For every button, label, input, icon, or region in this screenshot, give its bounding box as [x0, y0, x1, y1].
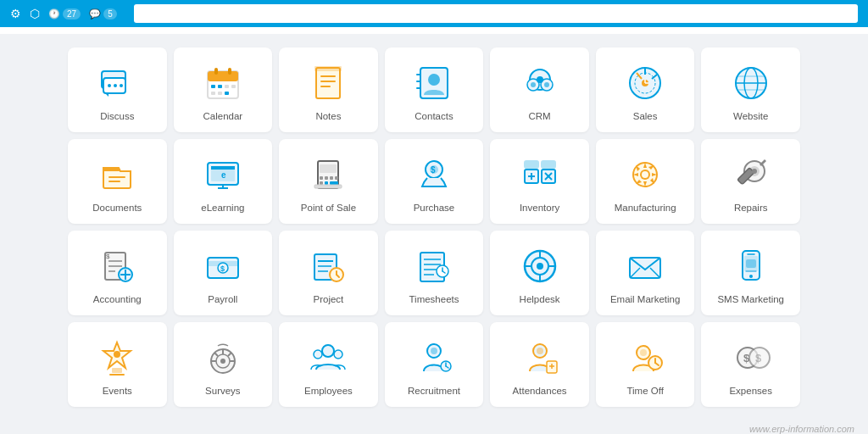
attendances-icon — [519, 337, 561, 379]
svg-rect-69 — [525, 161, 538, 168]
helpdesk-label: Helpdesk — [520, 294, 560, 304]
discuss-icon — [96, 62, 138, 104]
svg-point-4 — [120, 84, 123, 87]
svg-point-22 — [428, 74, 440, 86]
app-accounting[interactable]: $ Accounting — [68, 231, 167, 315]
svg-text:$: $ — [220, 264, 225, 273]
svg-rect-61 — [325, 181, 328, 185]
svg-rect-62 — [330, 181, 338, 185]
svg-rect-14 — [218, 92, 222, 95]
chat-count: 5 — [103, 8, 117, 19]
crm-label: CRM — [528, 111, 550, 121]
email-marketing-icon — [624, 245, 666, 287]
app-repairs[interactable]: Repairs — [701, 139, 800, 224]
app-documents[interactable]: Documents — [68, 139, 167, 224]
repairs-icon — [730, 153, 772, 196]
app-notes[interactable]: Notes — [279, 47, 378, 132]
app-crm[interactable]: CRM — [490, 47, 589, 132]
calendar-label: Calendar — [203, 111, 243, 121]
sales-label: Sales — [633, 111, 658, 121]
apps-grid: Discuss Calendar — [68, 47, 800, 407]
clock-icon: 🕐 — [48, 8, 60, 19]
app-website[interactable]: Website — [701, 47, 800, 132]
svg-point-31 — [544, 82, 549, 87]
app-time-off[interactable]: Time Off — [596, 322, 695, 407]
app-surveys[interactable]: Surveys — [174, 322, 273, 407]
app-calendar[interactable]: Calendar — [174, 47, 273, 132]
app-project[interactable]: Project — [279, 231, 378, 315]
surveys-label: Surveys — [205, 386, 241, 396]
svg-rect-55 — [320, 164, 337, 173]
app-email-marketing[interactable]: Email Marketing — [596, 231, 695, 315]
timesheets-icon — [413, 245, 455, 287]
svg-point-81 — [752, 169, 757, 174]
app-purchase[interactable]: $ Purchase — [385, 139, 484, 224]
watermark-text: www.erp-information.com — [0, 420, 868, 434]
svg-rect-12 — [231, 85, 236, 88]
main-content: Discuss Calendar — [0, 34, 868, 420]
accounting-icon: $ — [96, 245, 138, 287]
app-sms-marketing[interactable]: SMS Marketing — [701, 231, 800, 315]
app-contacts[interactable]: Contacts — [385, 47, 484, 132]
svg-rect-123 — [746, 259, 756, 268]
app-timesheets[interactable]: Timesheets — [385, 231, 484, 315]
pos-icon — [307, 153, 349, 196]
svg-rect-45 — [108, 176, 125, 178]
svg-text:e: e — [221, 170, 226, 180]
discuss-label: Discuss — [100, 111, 134, 121]
app-payroll[interactable]: $ Payroll — [174, 231, 273, 315]
header-bar — [0, 27, 868, 34]
time-off-icon — [624, 337, 666, 379]
timesheets-label: Timesheets — [409, 294, 459, 304]
svg-rect-13 — [211, 92, 215, 95]
notes-label: Notes — [315, 111, 341, 121]
app-inventory[interactable]: Inventory — [490, 139, 589, 224]
svg-rect-57 — [325, 176, 328, 180]
share-icon[interactable]: ⬡ — [30, 7, 40, 20]
svg-rect-6 — [208, 71, 238, 81]
website-label: Website — [733, 111, 768, 121]
surveys-icon — [202, 337, 244, 379]
app-pos[interactable]: Point of Sale — [279, 139, 378, 224]
sales-icon — [624, 62, 666, 104]
svg-rect-8 — [228, 68, 231, 75]
website-icon — [730, 62, 772, 104]
chat-badge[interactable]: 💬 5 — [89, 8, 117, 19]
pos-label: Point of Sale — [301, 203, 356, 213]
employees-icon — [307, 337, 349, 379]
employees-label: Employees — [304, 386, 353, 396]
app-recruitment[interactable]: Recruitment — [385, 322, 484, 407]
svg-point-127 — [114, 351, 120, 358]
svg-point-121 — [749, 275, 753, 278]
app-attendances[interactable]: Attendances — [490, 322, 589, 407]
svg-rect-70 — [542, 161, 555, 168]
svg-point-140 — [431, 348, 437, 354]
project-label: Project — [314, 294, 344, 304]
svg-rect-125 — [112, 368, 122, 373]
topbar: ⚙ ⬡ 🕐 27 💬 5 — [0, 0, 868, 27]
app-discuss[interactable]: Discuss — [68, 47, 167, 132]
app-helpdesk[interactable]: Helpdesk — [490, 231, 589, 315]
clock-badge[interactable]: 🕐 27 — [48, 8, 81, 19]
svg-rect-56 — [320, 176, 323, 180]
wrench-icon[interactable]: ⚙ — [10, 7, 21, 20]
svg-point-130 — [220, 359, 225, 364]
documents-icon — [96, 153, 138, 196]
app-elearning[interactable]: e eLearning — [174, 139, 273, 224]
svg-point-111 — [537, 263, 543, 270]
purchase-label: Purchase — [414, 203, 455, 213]
svg-point-150 — [640, 349, 647, 356]
sms-marketing-icon — [730, 245, 772, 287]
project-icon — [307, 245, 349, 287]
svg-rect-16 — [316, 68, 340, 98]
app-sales[interactable]: Sales — [596, 47, 695, 132]
app-employees[interactable]: Employees — [279, 322, 378, 407]
svg-point-2 — [108, 84, 111, 87]
app-events[interactable]: Events — [68, 322, 167, 407]
payroll-icon: $ — [202, 245, 244, 287]
app-expenses[interactable]: $ $ Expenses — [701, 322, 800, 407]
svg-text:$: $ — [431, 165, 436, 175]
app-manufacturing[interactable]: Manufacturing — [596, 139, 695, 224]
svg-rect-20 — [314, 66, 342, 71]
svg-rect-59 — [335, 176, 338, 180]
